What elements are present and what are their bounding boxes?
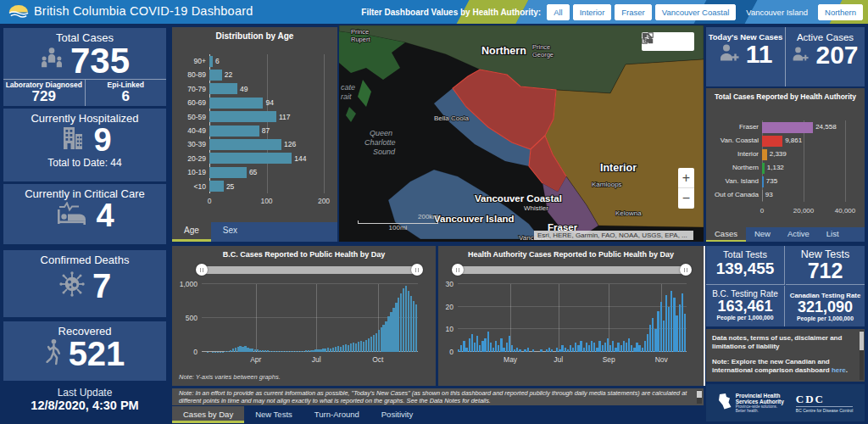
bar[interactable] (365, 340, 367, 352)
bar[interactable] (209, 111, 276, 122)
bar[interactable] (363, 342, 364, 352)
ha-daily-time-slider[interactable] (455, 266, 688, 274)
zoom-in-button[interactable]: + (678, 168, 694, 188)
bar[interactable] (474, 343, 476, 352)
bar[interactable] (410, 296, 412, 352)
bar[interactable] (345, 344, 347, 352)
bar[interactable] (387, 316, 389, 352)
bar[interactable] (209, 139, 281, 150)
tab-active[interactable]: Active (779, 227, 818, 242)
bar[interactable] (506, 343, 508, 352)
bar[interactable] (762, 122, 813, 133)
bar[interactable] (209, 83, 237, 94)
tab-turn-around[interactable]: Turn-Around (303, 406, 370, 423)
slider-handle-left[interactable] (196, 264, 208, 276)
bar[interactable] (762, 163, 765, 174)
bar[interactable] (612, 341, 614, 352)
bar[interactable] (633, 348, 635, 352)
bar[interactable] (317, 349, 319, 352)
notes-scrollbar[interactable] (860, 331, 864, 380)
tab-new-tests[interactable]: New Tests (244, 406, 303, 423)
bar[interactable] (631, 345, 632, 352)
bar[interactable] (292, 351, 294, 352)
footer-note-scrollbar[interactable] (697, 390, 702, 404)
bar[interactable] (458, 349, 459, 352)
bar[interactable] (227, 351, 229, 352)
bar[interactable] (591, 341, 593, 352)
bar[interactable] (607, 338, 609, 352)
charts-scrollbar[interactable] (704, 246, 705, 386)
bar[interactable] (270, 351, 271, 352)
bar[interactable] (257, 349, 259, 352)
bar[interactable] (602, 345, 604, 352)
bar[interactable] (350, 343, 352, 352)
bar[interactable] (403, 288, 404, 352)
bar[interactable] (232, 349, 234, 352)
bar[interactable] (657, 311, 659, 352)
bar[interactable] (314, 349, 316, 352)
bar[interactable] (762, 149, 767, 160)
bar[interactable] (378, 330, 380, 352)
bar[interactable] (230, 350, 231, 352)
health-authority-map[interactable]: Northern Interior Vancouver Coastal Fras… (339, 25, 704, 242)
bar[interactable] (337, 346, 339, 352)
bar[interactable] (660, 302, 662, 352)
bar[interactable] (577, 345, 579, 352)
tab-sex[interactable]: Sex (211, 222, 249, 242)
bar[interactable] (484, 338, 486, 352)
bar[interactable] (310, 350, 312, 352)
bar[interactable] (556, 348, 558, 352)
bar[interactable] (209, 98, 263, 109)
bar[interactable] (642, 348, 643, 352)
tab-cases-by-day[interactable]: Cases by Day (172, 406, 244, 423)
bar[interactable] (476, 336, 478, 352)
bar[interactable] (647, 334, 648, 352)
bar[interactable] (405, 286, 407, 352)
bar[interactable] (282, 351, 284, 352)
bar[interactable] (209, 167, 247, 178)
bar[interactable] (237, 347, 239, 352)
bar[interactable] (395, 303, 397, 352)
bar[interactable] (551, 349, 553, 352)
bar[interactable] (540, 349, 542, 352)
bar[interactable] (588, 345, 590, 352)
bar[interactable] (239, 346, 241, 352)
bar[interactable] (609, 345, 611, 352)
bar[interactable] (636, 343, 637, 352)
tab-new[interactable]: New (746, 227, 779, 242)
bar[interactable] (385, 321, 387, 352)
bar[interactable] (492, 348, 494, 352)
bar[interactable] (762, 136, 782, 147)
bar[interactable] (593, 343, 595, 352)
bar[interactable] (267, 350, 269, 352)
bar[interactable] (360, 341, 362, 352)
filter-button-vancouver-island[interactable]: Vancouver Island (739, 4, 815, 20)
bar[interactable] (514, 349, 515, 352)
bar[interactable] (398, 298, 399, 352)
bar[interactable] (490, 343, 492, 352)
bar[interactable] (509, 336, 510, 352)
bar[interactable] (225, 351, 226, 352)
bar[interactable] (335, 347, 337, 352)
bar[interactable] (308, 350, 309, 352)
filter-button-interior[interactable]: Interior (573, 4, 612, 20)
bar[interactable] (353, 343, 354, 352)
bar[interactable] (471, 334, 473, 352)
bar[interactable] (548, 348, 550, 352)
bar[interactable] (559, 349, 560, 352)
bar[interactable] (376, 333, 377, 352)
bar[interactable] (469, 338, 470, 352)
bar[interactable] (565, 348, 566, 352)
bar[interactable] (668, 307, 670, 352)
bar[interactable] (460, 345, 462, 352)
bar[interactable] (235, 348, 236, 352)
bar[interactable] (583, 348, 585, 352)
bar[interactable] (330, 349, 331, 352)
bar[interactable] (487, 332, 489, 352)
bar[interactable] (254, 349, 256, 352)
filter-button-vancouver-coastal[interactable]: Vancouver Coastal (655, 4, 737, 20)
bar[interactable] (370, 337, 372, 352)
bar[interactable] (408, 291, 409, 352)
bc-daily-time-slider[interactable] (199, 266, 420, 274)
bar[interactable] (663, 321, 665, 352)
